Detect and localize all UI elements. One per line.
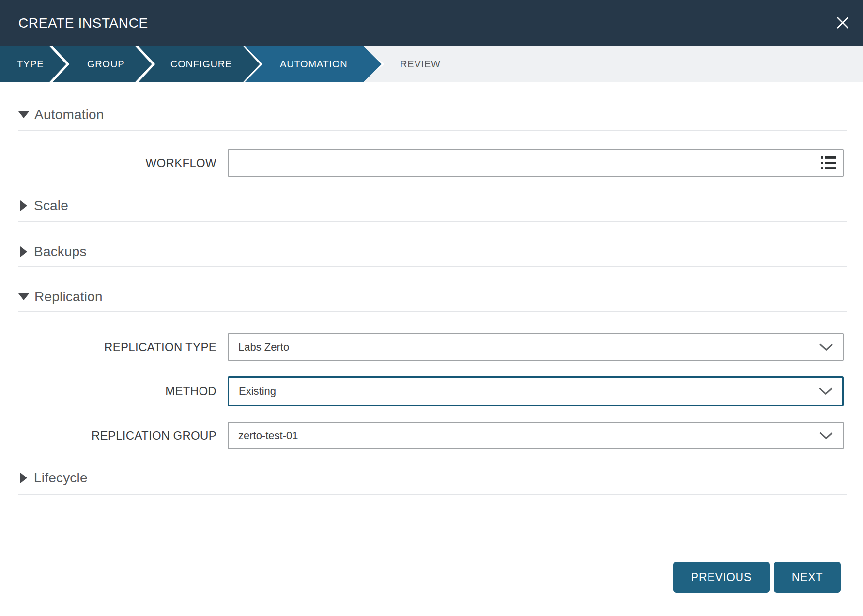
- workflow-input[interactable]: [228, 149, 844, 177]
- list-icon: [821, 156, 836, 169]
- automation-form: Automation WORKFLOW: [0, 82, 863, 616]
- section-divider: [18, 221, 847, 222]
- workflow-row: WORKFLOW: [0, 149, 863, 177]
- wizard-step-automation[interactable]: AUTOMATION: [280, 46, 347, 82]
- method-row: METHOD Existing: [0, 376, 863, 406]
- workflow-label: WORKFLOW: [0, 149, 216, 177]
- section-header-backups[interactable]: Backups: [18, 243, 87, 261]
- replication-group-row: REPLICATION GROUP zerto-test-01: [0, 422, 863, 449]
- section-title-backups: Backups: [34, 244, 87, 260]
- wizard-steps-bar: TYPE GROUP CONFIGURE AUTOMATION REVIEW: [0, 46, 863, 82]
- section-header-scale[interactable]: Scale: [18, 197, 68, 215]
- chevron-down-icon: [819, 343, 833, 351]
- section-title-scale: Scale: [34, 198, 68, 214]
- close-button[interactable]: [834, 14, 851, 31]
- modal-title: CREATE INSTANCE: [18, 0, 148, 46]
- workflow-lookup-button[interactable]: [820, 156, 837, 170]
- replication-type-row: REPLICATION TYPE Labs Zerto: [0, 333, 863, 361]
- method-label: METHOD: [0, 376, 216, 406]
- replication-type-label: REPLICATION TYPE: [0, 333, 216, 361]
- replication-group-label: REPLICATION GROUP: [0, 422, 216, 449]
- triangle-down-icon: [18, 293, 29, 300]
- previous-button[interactable]: PREVIOUS: [673, 562, 770, 593]
- wizard-step-group[interactable]: GROUP: [87, 46, 124, 82]
- method-field-wrap: Existing: [228, 376, 844, 406]
- triangle-right-icon: [20, 200, 27, 211]
- section-divider: [18, 494, 847, 495]
- section-divider: [18, 311, 847, 312]
- replication-type-select[interactable]: Labs Zerto: [228, 333, 844, 361]
- section-header-lifecycle[interactable]: Lifecycle: [18, 469, 88, 487]
- replication-group-field-wrap: zerto-test-01: [228, 422, 844, 449]
- workflow-field-wrap: [228, 149, 844, 177]
- section-title-lifecycle: Lifecycle: [34, 470, 88, 486]
- replication-type-value: Labs Zerto: [238, 341, 289, 354]
- section-header-automation[interactable]: Automation: [18, 106, 104, 124]
- section-header-replication[interactable]: Replication: [18, 288, 103, 306]
- replication-group-select[interactable]: zerto-test-01: [228, 422, 844, 449]
- section-divider: [18, 130, 847, 131]
- create-instance-modal: CREATE INSTANCE TYPE GROUP CONFIGURE AUT…: [0, 0, 863, 616]
- modal-titlebar: CREATE INSTANCE: [0, 0, 863, 46]
- triangle-down-icon: [18, 111, 29, 118]
- chevron-down-icon: [819, 388, 832, 395]
- wizard-step-configure[interactable]: CONFIGURE: [170, 46, 232, 82]
- wizard-step-type[interactable]: TYPE: [17, 46, 44, 82]
- replication-group-value: zerto-test-01: [238, 430, 298, 442]
- triangle-right-icon: [20, 246, 27, 257]
- close-icon: [835, 15, 850, 31]
- method-value: Existing: [239, 385, 276, 398]
- triangle-right-icon: [20, 473, 27, 483]
- next-button[interactable]: NEXT: [774, 562, 841, 593]
- section-divider: [18, 266, 847, 267]
- chevron-down-icon: [819, 432, 833, 439]
- replication-type-field-wrap: Labs Zerto: [228, 333, 844, 361]
- section-title-automation: Automation: [34, 107, 104, 123]
- wizard-step-review[interactable]: REVIEW: [400, 46, 441, 82]
- method-select[interactable]: Existing: [228, 376, 844, 406]
- section-title-replication: Replication: [34, 289, 103, 305]
